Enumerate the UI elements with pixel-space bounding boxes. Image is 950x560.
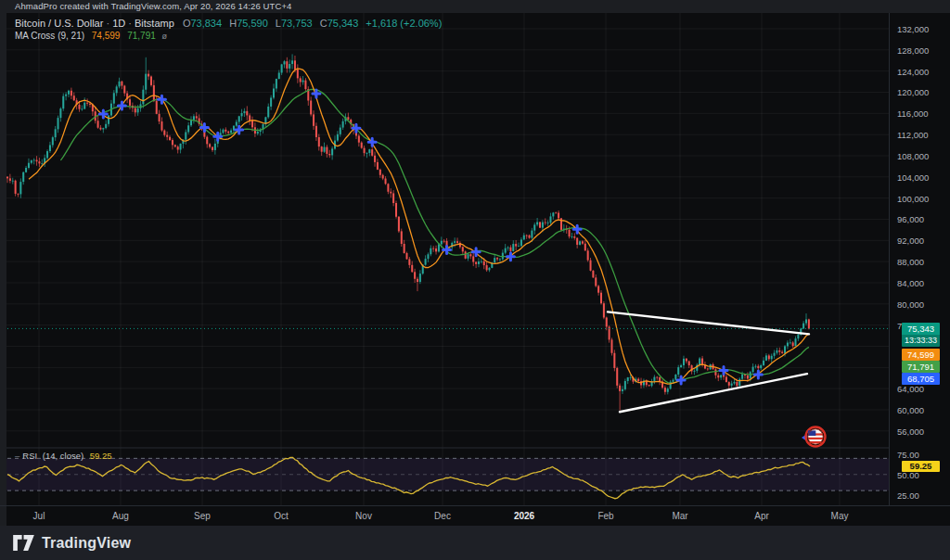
tradingview-brand[interactable]: TradingView [42, 535, 131, 552]
candles-layer [6, 54, 810, 410]
time-tick[interactable]: Oct [274, 511, 289, 521]
time-tick[interactable]: Jul [33, 511, 45, 521]
close-label: C [320, 18, 327, 29]
trend-line[interactable] [608, 312, 809, 334]
change-value: +1,618 (+2.06%) [366, 18, 442, 29]
ma-cross-legend[interactable]: MA Cross (9, 21) 74,599 71,791 ø [15, 31, 167, 41]
ma-fast-line [29, 69, 809, 384]
price-tick: 88,000 [897, 257, 924, 267]
time-tick[interactable]: Apr [754, 511, 769, 521]
high-value: 75,590 [237, 18, 268, 29]
us-flag-sticker[interactable] [796, 423, 828, 451]
price-tick: 64,000 [897, 384, 924, 394]
price-tick: 108,000 [897, 151, 929, 161]
time-tick[interactable]: Mar [672, 511, 687, 521]
rsi-tick: 75.00 [897, 450, 919, 460]
time-tick[interactable]: Nov [355, 511, 372, 521]
attribution-text: AhmadPro created with TradingView.com, A… [15, 1, 291, 11]
rsi-legend[interactable]: –RSI (14, close) 59.25 [15, 451, 112, 461]
ma-fast-value: 74,599 [92, 31, 121, 41]
low-value: 73,753 [281, 18, 313, 29]
last-price-label: 75,343 13:33:33 [902, 323, 940, 347]
price-tick: 100,000 [897, 194, 929, 204]
rsi-tick: 25.00 [897, 490, 919, 501]
price-tick: 96,000 [897, 214, 924, 224]
left-margin [0, 13, 6, 526]
ma-cross-markers [99, 90, 762, 384]
tradingview-chart-window: AhmadPro created with TradingView.com, A… [0, 0, 950, 560]
last-price-value: 75,343 [902, 323, 940, 335]
rsi-collapse-icon[interactable]: – [15, 451, 19, 461]
rsi-params: (14, close) [43, 451, 83, 461]
symbol-title[interactable]: Bitcoin / U.S. Dollar [15, 18, 103, 29]
symbol-legend[interactable]: Bitcoin / U.S. Dollar · 1D · Bitstamp O7… [15, 18, 442, 29]
ma-slow-value: 71,791 [127, 31, 156, 41]
indicator-name[interactable]: MA Cross [15, 31, 55, 41]
price-tick: 104,000 [897, 172, 929, 183]
bar-countdown: 13:33:33 [902, 335, 940, 347]
open-value: 73,834 [190, 18, 222, 29]
price-tick: 92,000 [897, 235, 924, 246]
time-tick[interactable]: May [831, 511, 849, 521]
trend-line[interactable] [620, 374, 807, 412]
rsi-name[interactable]: RSI [22, 451, 37, 461]
price-tick: 128,000 [897, 45, 929, 56]
time-tick-year[interactable]: 2026 [514, 511, 534, 521]
time-tick[interactable]: Feb [597, 511, 613, 521]
footer-bar: TradingView [0, 526, 950, 560]
time-tick[interactable]: Dec [434, 511, 451, 521]
tradingview-logo-icon[interactable] [13, 535, 34, 551]
ma-slow-price-label: 71,791 [902, 361, 940, 373]
exchange: Bitstamp [135, 18, 174, 29]
price-tick: 124,000 [897, 67, 929, 77]
time-axis[interactable]: JulAugSepOctNovDec2026FebMarAprMay [0, 505, 950, 526]
price-tick: 84,000 [897, 278, 924, 288]
price-tick: 56,000 [897, 426, 924, 437]
indicator-params: (9, 21) [58, 31, 84, 41]
high-label: H [229, 18, 237, 29]
timeframe[interactable]: 1D [112, 18, 125, 29]
time-tick[interactable]: Sep [194, 511, 211, 521]
attribution-bar: AhmadPro created with TradingView.com, A… [0, 0, 950, 13]
price-axis[interactable]: 132,000128,000124,000120,000116,000112,0… [889, 13, 950, 505]
indicator-more-icon[interactable]: ø [162, 32, 168, 41]
rsi-pane [0, 457, 889, 498]
close-value: 75,343 [327, 18, 359, 29]
rsi-value: 59.25 [90, 451, 112, 461]
time-tick[interactable]: Aug [112, 511, 129, 521]
rsi-value-label: 59.25 [902, 461, 940, 472]
price-tick: 116,000 [897, 108, 929, 119]
grid-layer [0, 13, 889, 505]
price-tick: 120,000 [897, 87, 929, 97]
price-tick: 80,000 [897, 299, 924, 310]
price-chart[interactable] [0, 13, 889, 505]
ma-slow-line [60, 89, 809, 383]
ma-cross-price-label: 68,705 [902, 373, 940, 385]
price-tick: 60,000 [897, 405, 924, 415]
price-tick: 112,000 [897, 130, 929, 140]
ma-fast-price-label: 74,599 [902, 349, 940, 361]
price-tick: 132,000 [897, 24, 929, 34]
